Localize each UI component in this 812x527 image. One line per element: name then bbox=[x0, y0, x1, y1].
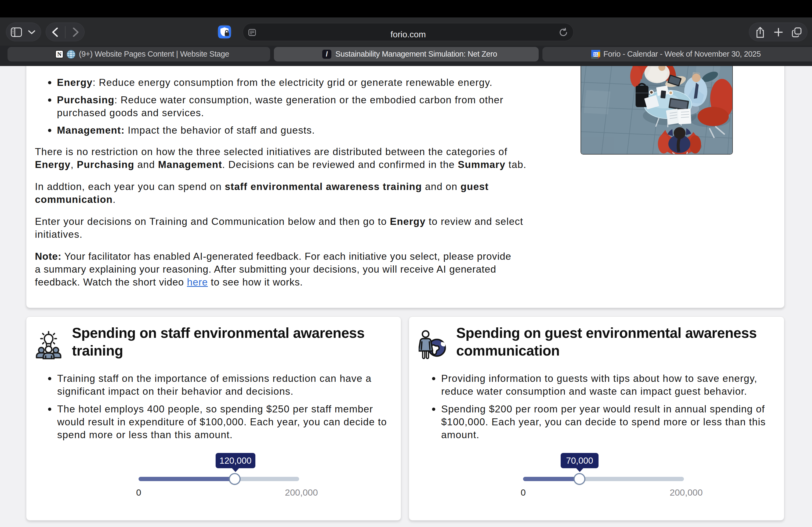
svg-text:31: 31 bbox=[593, 52, 598, 57]
